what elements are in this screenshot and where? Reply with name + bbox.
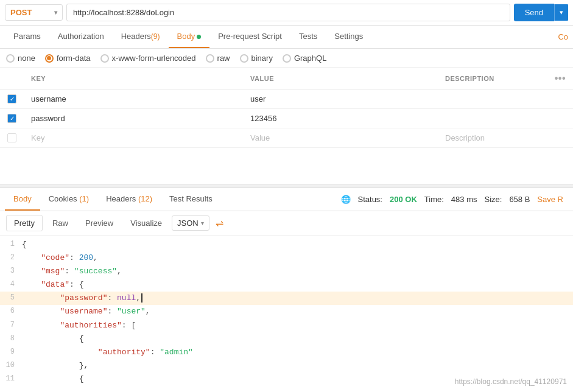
tab-pre-request[interactable]: Pre-request Script xyxy=(209,26,290,48)
format-row: Pretty Raw Preview Visualize JSON ▾ ⇌ xyxy=(0,211,573,236)
option-raw[interactable]: raw xyxy=(206,54,230,63)
row-checkbox[interactable] xyxy=(7,114,16,123)
empty-space xyxy=(0,148,573,184)
method-select[interactable]: POST ▾ xyxy=(5,4,63,21)
option-x-www[interactable]: x-www-form-urlencoded xyxy=(100,54,196,63)
json-line: 8 { xyxy=(0,332,573,346)
tab-settings[interactable]: Settings xyxy=(326,26,371,48)
option-none[interactable]: none xyxy=(6,54,35,63)
row-value[interactable]: user xyxy=(243,89,438,109)
response-tab-headers[interactable]: Headers (12) xyxy=(97,188,161,211)
watermark: https://blog.csdn.net/qq_41120971 xyxy=(455,377,567,386)
save-response-button[interactable]: Save R xyxy=(537,195,563,204)
format-tab-visualize[interactable]: Visualize xyxy=(123,215,169,231)
option-graphql[interactable]: GraphQL xyxy=(283,54,326,63)
table-row: password 123456 xyxy=(0,109,573,128)
row-description[interactable] xyxy=(438,89,547,109)
row-description[interactable] xyxy=(438,109,547,128)
placeholder-checkbox xyxy=(7,133,16,142)
option-form-data[interactable]: form-data xyxy=(45,54,91,63)
json-chevron-icon: ▾ xyxy=(201,220,204,226)
row-key[interactable]: username xyxy=(24,89,243,109)
response-tab-body[interactable]: Body xyxy=(5,188,40,211)
json-line: 2 "code": 200, xyxy=(0,251,573,265)
status-value: 200 OK xyxy=(390,195,417,204)
time-value: 483 ms xyxy=(451,195,477,204)
row-key[interactable]: password xyxy=(24,109,243,128)
json-line: 1{ xyxy=(0,238,573,251)
json-line: 5 "password": null, xyxy=(0,292,573,305)
radio-form-data xyxy=(45,54,54,63)
status-label: Status: xyxy=(358,195,382,204)
placeholder-key[interactable]: Key xyxy=(24,128,243,148)
format-tab-preview[interactable]: Preview xyxy=(78,215,121,231)
col-value: VALUE xyxy=(243,68,438,89)
tab-body[interactable]: Body xyxy=(169,26,210,48)
json-line: 7 "authorities": [ xyxy=(0,319,573,332)
json-line: 10 }, xyxy=(0,359,573,373)
tab-params[interactable]: Params xyxy=(5,26,49,48)
col-key: KEY xyxy=(24,68,243,89)
tab-authorization[interactable]: Authorization xyxy=(49,26,113,48)
response-tab-row: Body Cookies (1) Headers (12) Test Resul… xyxy=(0,188,573,211)
row-value[interactable]: 123456 xyxy=(243,109,438,128)
size-value: 658 B xyxy=(509,195,530,204)
table-row: username user xyxy=(0,89,573,109)
json-line: 6 "username": "user", xyxy=(0,305,573,318)
json-format-select[interactable]: JSON ▾ xyxy=(172,215,209,231)
radio-binary xyxy=(240,54,248,63)
json-line: 9 "authority": "admin" xyxy=(0,346,573,359)
col-check xyxy=(0,68,24,89)
row-checkbox[interactable] xyxy=(7,94,16,103)
globe-icon[interactable]: 🌐 xyxy=(341,195,351,204)
json-line: 3 "msg": "success", xyxy=(0,265,573,278)
radio-x-www xyxy=(100,54,109,63)
send-btn-group: Send ▾ xyxy=(514,4,568,21)
method-value: POST xyxy=(10,8,32,17)
send-arrow-button[interactable]: ▾ xyxy=(554,4,568,21)
col-more: ••• xyxy=(547,68,573,89)
form-data-table: KEY VALUE DESCRIPTION ••• username user … xyxy=(0,68,573,148)
format-tab-raw[interactable]: Raw xyxy=(45,215,76,231)
method-chevron: ▾ xyxy=(54,9,57,16)
placeholder-value[interactable]: Value xyxy=(243,128,438,148)
table-row-placeholder: Key Value Description xyxy=(0,128,573,148)
json-viewer: 1{2 "code": 200,3 "msg": "success",4 "da… xyxy=(0,236,573,388)
send-button[interactable]: Send xyxy=(514,4,554,21)
radio-graphql xyxy=(283,54,291,63)
format-tab-pretty[interactable]: Pretty xyxy=(6,215,43,231)
request-tab-row: Params Authorization Headers(9) Body Pre… xyxy=(0,26,573,49)
response-tab-test-results[interactable]: Test Results xyxy=(161,188,221,211)
tab-cookies-overflow: Co xyxy=(558,26,568,47)
json-line: 4 "data": { xyxy=(0,278,573,292)
response-tab-cookies[interactable]: Cookies (1) xyxy=(40,188,97,211)
size-label: Size: xyxy=(484,195,502,204)
option-binary[interactable]: binary xyxy=(240,54,273,63)
wrap-icon[interactable]: ⇌ xyxy=(216,217,223,229)
top-bar: POST ▾ Send ▾ xyxy=(0,0,573,26)
radio-raw xyxy=(206,54,214,63)
more-icon[interactable]: ••• xyxy=(555,73,566,83)
placeholder-description[interactable]: Description xyxy=(438,128,547,148)
radio-none xyxy=(6,54,15,63)
tab-headers[interactable]: Headers(9) xyxy=(113,26,169,48)
url-input[interactable] xyxy=(66,4,510,21)
response-meta: 🌐 Status: 200 OK Time: 483 ms Size: 658 … xyxy=(341,195,568,204)
time-label: Time: xyxy=(424,195,444,204)
tab-tests[interactable]: Tests xyxy=(290,26,326,48)
body-options: none form-data x-www-form-urlencoded raw… xyxy=(0,49,573,68)
col-description: DESCRIPTION xyxy=(438,68,547,89)
